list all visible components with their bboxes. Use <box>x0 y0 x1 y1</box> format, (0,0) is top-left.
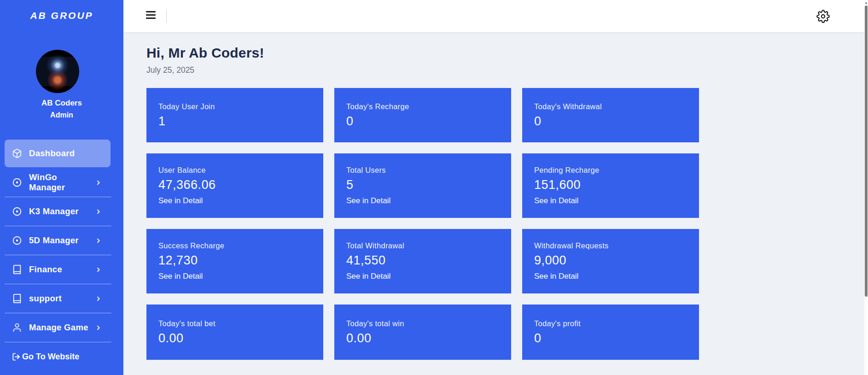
card-title: Withdrawal Requests <box>534 241 699 250</box>
chevron-right-icon <box>95 325 101 331</box>
sidebar-item-wingo-manager[interactable]: WinGo Manager <box>0 168 123 197</box>
stats-grid: Today User Join 1 Today's Recharge 0 Tod… <box>146 88 699 360</box>
stat-card-todays-withdrawal: Today's Withdrawal 0 <box>522 88 699 142</box>
stat-card-total-withdrawal: Total Withdrawal 41,550 See in Detail <box>334 229 511 293</box>
card-value: 1 <box>158 114 323 129</box>
card-value: 47,366.06 <box>158 178 323 192</box>
profile-role: Admin <box>0 111 123 119</box>
sidebar-item-label: support <box>29 293 95 304</box>
brand-logo: AB Group <box>0 10 123 21</box>
avatar <box>36 50 79 93</box>
see-in-detail-link[interactable]: See in Detail <box>158 272 323 281</box>
user-icon <box>12 322 22 333</box>
stat-card-total-users: Total Users 5 See in Detail <box>334 153 511 218</box>
card-value: 0.00 <box>158 331 323 346</box>
card-value: 0 <box>534 114 699 129</box>
chevron-right-icon <box>95 209 101 215</box>
main-content: Hi, Mr Ab Coders! July 25, 2025 Today Us… <box>123 32 864 375</box>
stat-card-todays-total-win: Today's total win 0.00 <box>334 305 511 360</box>
go-to-website-label: Go To Website <box>22 352 79 362</box>
card-title: Today's total bet <box>158 319 323 328</box>
see-in-detail-link[interactable]: See in Detail <box>534 272 699 281</box>
sidebar-item-label: Finance <box>29 264 95 275</box>
target-icon <box>12 177 22 188</box>
sidebar-item-k3-manager[interactable]: K3 Manager <box>0 197 123 226</box>
card-title: Total Users <box>346 166 511 175</box>
hamburger-menu-icon[interactable] <box>146 11 156 19</box>
sidebar-item-label: K3 Manager <box>29 206 95 217</box>
topbar <box>123 0 864 32</box>
scrollbar[interactable]: ▲ <box>864 0 868 375</box>
sidebar-menu: Dashboard WinGo Manager K3 Manager <box>0 140 123 371</box>
sidebar-item-manage-game[interactable]: Manage Game <box>0 313 123 342</box>
stat-card-todays-recharge: Today's Recharge 0 <box>334 88 511 142</box>
card-value: 12,730 <box>158 253 323 268</box>
sidebar-item-go-to-website[interactable]: Go To Website <box>0 342 123 371</box>
sidebar-item-5d-manager[interactable]: 5D Manager <box>0 226 123 255</box>
card-title: Today's profit <box>534 319 699 328</box>
date-text: July 25, 2025 <box>146 65 864 75</box>
stat-card-today-user-join: Today User Join 1 <box>146 88 323 142</box>
chevron-right-icon <box>95 238 101 244</box>
see-in-detail-link[interactable]: See in Detail <box>346 196 511 205</box>
stat-card-success-recharge: Success Recharge 12,730 See in Detail <box>146 229 323 293</box>
profile-name: AB Coders <box>0 99 123 108</box>
card-value: 0.00 <box>346 331 511 346</box>
card-value: 0 <box>346 114 511 129</box>
see-in-detail-link[interactable]: See in Detail <box>534 196 699 205</box>
card-value: 41,550 <box>346 253 511 268</box>
card-value: 9,000 <box>534 253 699 268</box>
target-icon <box>12 206 22 217</box>
sidebar-item-label: WinGo Manager <box>29 172 95 193</box>
stat-card-todays-profit: Today's profit 0 <box>522 305 699 360</box>
see-in-detail-link[interactable]: See in Detail <box>346 272 511 281</box>
target-icon <box>12 235 22 246</box>
card-title: Today's Recharge <box>346 102 511 111</box>
see-in-detail-link[interactable]: See in Detail <box>158 196 323 205</box>
cube-icon <box>12 148 22 158</box>
chevron-right-icon <box>95 296 101 302</box>
chevron-right-icon <box>95 180 101 186</box>
stat-card-user-balance: User Balance 47,366.06 See in Detail <box>146 153 323 218</box>
sidebar-item-label: 5D Manager <box>29 235 95 246</box>
sidebar-item-dashboard[interactable]: Dashboard <box>5 140 111 167</box>
card-title: User Balance <box>158 166 323 175</box>
card-title: Pending Recharge <box>534 166 699 175</box>
book-icon <box>12 264 22 275</box>
card-value: 5 <box>346 178 511 192</box>
card-title: Today User Join <box>158 102 323 111</box>
stat-card-withdrawal-requests: Withdrawal Requests 9,000 See in Detail <box>522 229 699 293</box>
stat-card-todays-total-bet: Today's total bet 0.00 <box>146 305 323 360</box>
stat-card-pending-recharge: Pending Recharge 151,600 See in Detail <box>522 153 699 218</box>
scroll-up-arrow-icon[interactable]: ▲ <box>864 0 868 5</box>
book-icon <box>12 293 22 304</box>
page-title: Hi, Mr Ab Coders! <box>146 45 864 61</box>
sign-out-icon <box>12 352 21 361</box>
card-title: Today's total win <box>346 319 511 328</box>
card-value: 0 <box>534 331 699 346</box>
settings-gear-icon[interactable] <box>816 10 830 23</box>
sidebar: AB Group AB Coders Admin Dashboard WinGo… <box>0 0 123 375</box>
sidebar-item-support[interactable]: support <box>0 284 123 313</box>
sidebar-item-label: Manage Game <box>29 322 95 333</box>
card-title: Success Recharge <box>158 241 323 250</box>
chevron-right-icon <box>95 267 101 273</box>
scrollbar-thumb[interactable] <box>865 6 868 297</box>
card-value: 151,600 <box>534 178 699 192</box>
sidebar-item-label: Dashboard <box>29 148 101 158</box>
topbar-divider <box>166 10 167 23</box>
card-title: Total Withdrawal <box>346 241 511 250</box>
card-title: Today's Withdrawal <box>534 102 699 111</box>
sidebar-item-finance[interactable]: Finance <box>0 255 123 284</box>
